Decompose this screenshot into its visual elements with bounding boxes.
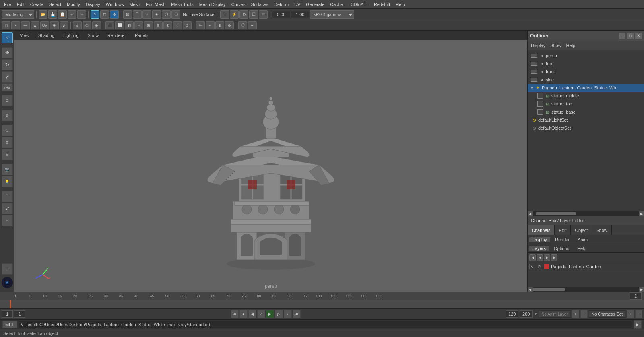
start-frame-input[interactable] — [2, 310, 13, 318]
color-space-selector[interactable]: sRGB gamma — [310, 10, 354, 19]
play-fwd-btn[interactable]: ▶ — [266, 310, 274, 318]
end-frame-right-input[interactable] — [630, 292, 642, 300]
multi-sel-btn[interactable]: ✱ — [50, 21, 59, 29]
menu-generate[interactable]: Generate — [303, 1, 327, 8]
outliner-display-menu[interactable]: Display — [529, 43, 547, 48]
transform-input[interactable] — [272, 11, 290, 18]
menu-file[interactable]: File — [2, 1, 14, 8]
menu-deform[interactable]: Deform — [272, 1, 291, 8]
layer-tab-layers[interactable]: Layers — [529, 246, 549, 251]
fill-hole-btn[interactable]: ⊙ — [183, 21, 192, 29]
select-tool-left[interactable]: ↖ — [2, 32, 13, 43]
move-tool-btn[interactable]: ✥ — [110, 10, 119, 19]
menu-create[interactable]: Create — [28, 1, 46, 8]
layer-nav-next[interactable]: ▶ — [544, 254, 550, 261]
light-left[interactable]: 💡 — [2, 176, 13, 187]
snap-view-btn[interactable]: ◈ — [152, 10, 161, 19]
open-file-btn[interactable]: 📂 — [39, 10, 47, 19]
render-btn[interactable]: 🎥 — [220, 10, 229, 19]
multi-cut-btn[interactable]: ✂ — [196, 21, 205, 29]
step-fwd-btn[interactable]: ⏵ — [284, 310, 292, 318]
menu-3dtoall[interactable]: - 3DtoAll - — [346, 1, 371, 8]
subtab-anim[interactable]: Anim — [574, 237, 591, 242]
layer-p-toggle[interactable]: P — [537, 264, 542, 269]
panels-menu-btn[interactable]: Panels — [133, 33, 151, 38]
attr-left[interactable]: ≡ — [2, 215, 13, 226]
lasso-select-btn[interactable]: ◻ — [100, 10, 109, 19]
play-back-btn[interactable]: ◁ — [257, 310, 265, 318]
layer-tab-options[interactable]: Options — [551, 246, 572, 251]
edge-sel-btn[interactable]: — — [21, 21, 30, 29]
outliner-help-menu[interactable]: Help — [565, 43, 577, 48]
go-to-end-btn[interactable]: ⏭ — [293, 310, 301, 318]
snap-curve-btn[interactable]: ⌒ — [133, 10, 142, 19]
layer-color-swatch[interactable] — [544, 264, 549, 269]
component-display-left[interactable]: ◈ — [2, 149, 13, 160]
menu-select[interactable]: Select — [47, 1, 64, 8]
separate-btn[interactable]: ⊖ — [225, 21, 234, 29]
channel-hscroll[interactable]: ◀ ▶ — [528, 287, 644, 292]
render-region-btn[interactable]: ☐ — [249, 10, 258, 19]
target-weld-btn[interactable]: ⊗ — [163, 21, 172, 29]
layer-tab-help[interactable]: Help — [574, 246, 590, 251]
layer-nav-left[interactable]: ◀ — [529, 254, 536, 261]
timeline-track[interactable] — [0, 300, 644, 309]
tab-channels[interactable]: Channels — [528, 225, 555, 235]
circ-polygon-btn[interactable]: ○ — [173, 21, 182, 29]
curve-tool-left[interactable]: ⌒ — [2, 191, 13, 202]
bridge-btn[interactable]: ⬜ — [115, 21, 124, 29]
tab-object[interactable]: Object — [571, 225, 592, 235]
channel-hscroll-left[interactable]: ◀ — [528, 287, 533, 292]
menu-curves[interactable]: Curves — [229, 1, 248, 8]
outliner-item-statue-base[interactable]: ⊡ statue_base — [528, 108, 644, 116]
hscroll-right-arrow[interactable]: ▶ — [639, 211, 644, 216]
hscroll-left-arrow[interactable]: ◀ — [528, 211, 533, 216]
mirror-cut-btn[interactable]: ↔ — [206, 21, 215, 29]
anim-layer-dropdown[interactable]: No Anim Layer — [539, 310, 571, 318]
mode-label[interactable]: MEL — [2, 321, 17, 328]
uvs-sel-btn[interactable]: UV — [40, 21, 49, 29]
outliner-content[interactable]: ◀ persp ◀ top ◀ front — [528, 50, 644, 211]
channel-hscroll-right[interactable]: ▶ — [639, 287, 644, 292]
layer-nav-right[interactable]: ▶ — [551, 254, 557, 261]
scale-tool-left[interactable]: ⤢ — [2, 71, 13, 83]
show-manipulator-left[interactable]: ⊕ — [2, 110, 13, 121]
char-set-add-btn[interactable]: + — [627, 310, 634, 318]
select-tool-btn[interactable]: ↖ — [91, 10, 99, 19]
outliner-item-persp[interactable]: ◀ persp — [528, 52, 644, 60]
vert-sel-btn[interactable]: • — [11, 21, 20, 29]
renderer-menu-btn[interactable]: Renderer — [105, 33, 128, 38]
ipr-btn[interactable]: ⚡ — [230, 10, 239, 19]
face-sel-btn[interactable]: ▲ — [31, 21, 39, 29]
total-end-input[interactable] — [520, 310, 533, 318]
render-view-btn[interactable]: 👁 — [259, 10, 268, 19]
sculpt-btn[interactable]: ✒ — [248, 21, 257, 29]
move-tool-left[interactable]: ✥ — [2, 47, 13, 58]
timeline-playhead[interactable] — [10, 300, 11, 308]
snap-edge-btn[interactable]: ⬠ — [171, 10, 180, 19]
show-menu-btn[interactable]: Show — [86, 33, 101, 38]
tab-edit[interactable]: Edit — [555, 225, 571, 235]
anim-layer-remove-btn[interactable]: - — [580, 310, 588, 318]
snap-together-btn[interactable]: ⊕ — [92, 21, 101, 29]
next-key-btn[interactable]: ▷ — [275, 310, 283, 318]
current-frame-input[interactable] — [14, 310, 25, 318]
outliner-close-btn[interactable]: ✕ — [635, 33, 642, 39]
step-back-btn[interactable]: ⏴ — [239, 310, 248, 318]
shading-menu-btn[interactable]: Shading — [36, 33, 56, 38]
outliner-item-top[interactable]: ◀ top — [528, 60, 644, 68]
group-expand-icon[interactable]: ▼ — [530, 86, 534, 90]
menu-windows[interactable]: Windows — [103, 1, 126, 8]
component-sel-btn[interactable]: ◻ — [2, 21, 10, 29]
scale-input[interactable] — [291, 11, 309, 18]
soft-sel-btn[interactable]: ⌀ — [73, 21, 82, 29]
bevel-btn[interactable]: ◧ — [125, 21, 134, 29]
menu-redshift[interactable]: Redshift — [372, 1, 392, 8]
layer-nav-prev[interactable]: ◀ — [537, 254, 543, 261]
outliner-show-menu[interactable]: Show — [549, 43, 563, 48]
char-set-dropdown[interactable]: No Character Set — [589, 310, 625, 318]
merge-btn[interactable]: ⊞ — [154, 21, 163, 29]
menu-help[interactable]: Help — [393, 1, 407, 8]
grid-toggle-left[interactable]: ⊞ — [2, 137, 13, 148]
smooth-mesh-btn[interactable]: 〇 — [238, 21, 247, 29]
